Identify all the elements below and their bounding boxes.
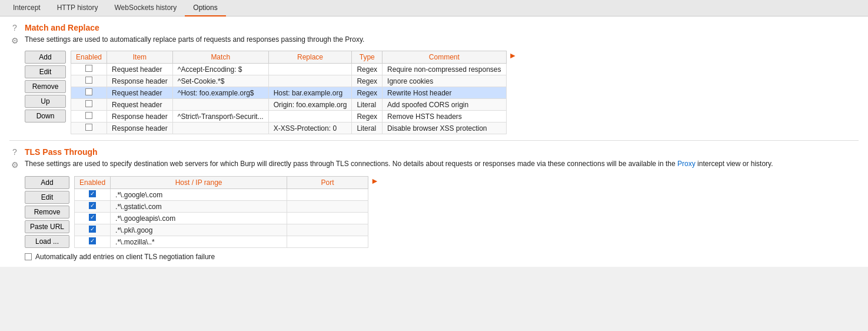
match-cell: ^Set-Cookie.*$ <box>172 75 268 87</box>
auto-add-checkbox[interactable] <box>25 253 32 260</box>
table-row[interactable]: .*\.mozilla\..* <box>75 236 368 248</box>
up-button-match[interactable]: Up <box>25 95 66 108</box>
tab-options[interactable]: Options <box>185 0 225 16</box>
match-cell <box>172 99 268 111</box>
comment-cell: Add spoofed CORS origin <box>383 99 506 111</box>
type-cell: Regex <box>352 75 383 87</box>
port-cell <box>287 213 368 224</box>
replace-cell: Host: bar.example.org <box>268 87 352 99</box>
item-cell: Request header <box>107 99 173 111</box>
col-match-mr: Match <box>172 51 268 64</box>
table-row[interactable]: .*\.gstatic\.com <box>75 201 368 213</box>
col-replace-mr: Replace <box>268 51 352 64</box>
match-cell: ^Strict\-Transport\-Securit... <box>172 111 268 123</box>
row-checkbox-tls[interactable] <box>89 202 96 209</box>
add-button-match[interactable]: Add <box>25 51 66 64</box>
gear-icon-tls: ⚙ <box>9 160 20 170</box>
row-checkbox[interactable] <box>85 88 92 95</box>
host-cell: .*\.pki\.goog <box>111 224 287 236</box>
enabled-cell-tls[interactable] <box>75 201 111 213</box>
enabled-cell[interactable] <box>71 111 107 123</box>
comment-cell: Ignore cookies <box>383 75 506 87</box>
row-checkbox[interactable] <box>85 100 92 107</box>
host-cell: .*\.gstatic\.com <box>111 201 287 213</box>
match-cell <box>172 123 268 134</box>
match-replace-title: Match and Replace <box>25 23 99 32</box>
table-row[interactable]: .*\.pki\.goog <box>75 224 368 236</box>
load-button-tls[interactable]: Load ... <box>25 235 69 248</box>
edit-button-match[interactable]: Edit <box>25 65 66 78</box>
port-cell <box>287 201 368 213</box>
match-replace-header: ? Match and Replace <box>9 22 859 33</box>
host-cell: .*\.google\.com <box>111 189 287 201</box>
type-cell: Regex <box>352 87 383 99</box>
enabled-cell[interactable] <box>71 99 107 111</box>
row-checkbox-tls[interactable] <box>89 190 96 197</box>
col-type-mr: Type <box>352 51 383 64</box>
port-cell <box>287 189 368 201</box>
enabled-cell-tls[interactable] <box>75 189 111 201</box>
enabled-cell[interactable] <box>71 64 107 75</box>
item-cell: Request header <box>107 87 173 99</box>
enabled-cell[interactable] <box>71 87 107 99</box>
replace-cell: Origin: foo.example.org <box>268 99 352 111</box>
match-replace-table: Enabled Item Match Replace Type Comment … <box>71 51 507 134</box>
comment-cell: Require non-compressed responses <box>383 64 506 75</box>
auto-add-label: Automatically add entries on client TLS … <box>35 253 215 261</box>
table-row[interactable]: Response header ^Set-Cookie.*$ Regex Ign… <box>71 75 507 87</box>
remove-button-match[interactable]: Remove <box>25 80 66 93</box>
replace-cell <box>268 64 352 75</box>
enabled-cell[interactable] <box>71 123 107 134</box>
row-checkbox[interactable] <box>85 77 92 84</box>
row-checkbox-tls[interactable] <box>89 237 96 244</box>
row-checkbox[interactable] <box>85 112 92 119</box>
row-checkbox[interactable] <box>85 65 92 72</box>
match-replace-table-area: Add Edit Remove Up Down Enabled Item Mat… <box>25 51 859 134</box>
row-checkbox-tls[interactable] <box>89 226 96 233</box>
item-cell: Request header <box>107 64 173 75</box>
table-row[interactable]: .*\.google\.com <box>75 189 368 201</box>
add-button-tls[interactable]: Add <box>25 176 69 189</box>
row-checkbox-tls[interactable] <box>89 214 96 221</box>
enabled-cell-tls[interactable] <box>75 213 111 224</box>
type-cell: Regex <box>352 64 383 75</box>
enabled-cell[interactable] <box>71 75 107 87</box>
match-replace-table-wrapper: Enabled Item Match Replace Type Comment … <box>71 51 517 134</box>
port-cell <box>287 224 368 236</box>
tls-btn-group: Add Edit Remove Paste URL Load ... <box>25 176 69 248</box>
tls-desc: These settings are used to specify desti… <box>25 160 773 168</box>
col-item-mr: Item <box>107 51 173 64</box>
enabled-cell-tls[interactable] <box>75 224 111 236</box>
tls-title: TLS Pass Through <box>25 147 98 157</box>
table-row[interactable]: Response header ^Strict\-Transport\-Secu… <box>71 111 507 123</box>
table-row[interactable]: Request header ^Accept-Encoding: $ Regex… <box>71 64 507 75</box>
col-host-tls: Host / IP range <box>111 177 287 189</box>
edit-button-tls[interactable]: Edit <box>25 191 69 204</box>
help-icon-tls[interactable]: ? <box>9 147 20 157</box>
match-replace-arrow: ► <box>507 51 517 60</box>
row-checkbox[interactable] <box>85 124 92 131</box>
table-row[interactable]: Request header Origin: foo.example.org L… <box>71 99 507 111</box>
item-cell: Response header <box>107 75 173 87</box>
tls-header: ? TLS Pass Through <box>9 147 859 157</box>
item-cell: Response header <box>107 123 173 134</box>
down-button-match[interactable]: Down <box>25 110 66 123</box>
tab-websockets-history[interactable]: WebSockets history <box>107 0 185 16</box>
help-icon[interactable]: ? <box>9 22 20 33</box>
paste-url-button-tls[interactable]: Paste URL <box>25 220 69 233</box>
comment-cell: Rewrite Host header <box>383 87 506 99</box>
table-row[interactable]: Request header ^Host: foo.example.org$ H… <box>71 87 507 99</box>
table-row[interactable]: Response header X-XSS-Protection: 0 Lite… <box>71 123 507 134</box>
enabled-cell-tls[interactable] <box>75 236 111 248</box>
match-cell: ^Accept-Encoding: $ <box>172 64 268 75</box>
port-cell <box>287 236 368 248</box>
tls-arrow: ► <box>368 176 379 186</box>
proxy-link[interactable]: Proxy <box>677 160 696 168</box>
replace-cell <box>268 75 352 87</box>
gear-icon-match: ⚙ <box>9 35 20 46</box>
tab-http-history[interactable]: HTTP history <box>49 0 107 16</box>
comment-cell: Disable browser XSS protection <box>383 123 506 134</box>
tab-intercept[interactable]: Intercept <box>5 0 49 16</box>
table-row[interactable]: .*\.googleapis\.com <box>75 213 368 224</box>
remove-button-tls[interactable]: Remove <box>25 206 69 219</box>
